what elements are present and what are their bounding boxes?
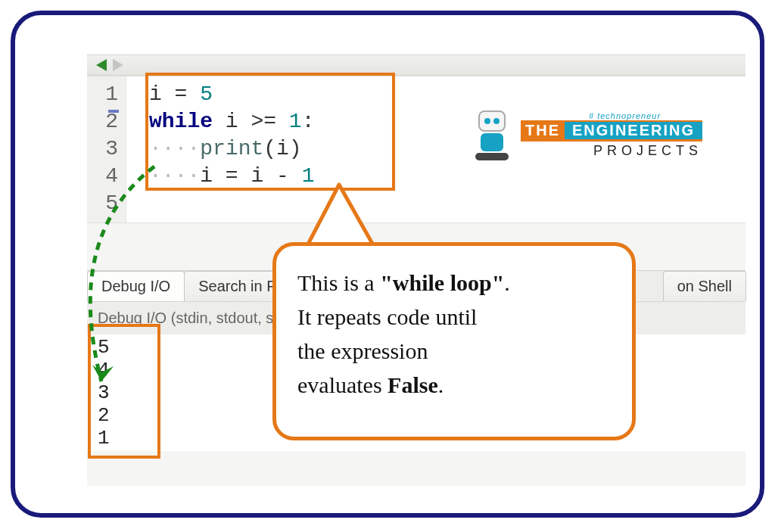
logo-text: # technopreneur THEENGINEERING PROJECTS [521,111,702,159]
callout-line-1: This is a "while loop". [297,266,611,300]
code-line-5 [149,190,315,217]
line-number: 5 [87,190,118,217]
logo-tagline: # technopreneur [589,111,702,120]
brand-logo: # technopreneur THEENGINEERING PROJECTS [468,104,710,165]
callout-line-3: the expression [297,334,611,368]
line-number: 1 [87,81,118,108]
line-number: 4 [87,163,118,190]
line-number: 3 [87,135,118,163]
fold-marker-icon[interactable] [108,110,119,113]
output-highlight-annotation [88,324,160,459]
code-highlight-annotation [145,73,395,191]
nav-back-icon[interactable] [96,59,107,71]
logo-title-bar: THEENGINEERING [521,120,702,142]
tab-python-shell-partial[interactable]: on Shell [663,271,746,301]
robot-icon [468,107,516,162]
explanation-callout: This is a "while loop". It repeats code … [272,242,636,440]
callout-line-4: evaluates False. [297,368,611,402]
callout-line-2: It repeats code until [297,300,611,334]
line-number-gutter: 1 2 3 4 5 [87,76,126,222]
logo-subtitle: PROJECTS [521,143,702,159]
diagram-frame: 1 2 3 4 5 i = 5 while i >= 1: ····print(… [11,11,764,518]
nav-forward-icon[interactable] [113,59,123,71]
tab-debug-io[interactable]: Debug I/O [87,271,185,301]
